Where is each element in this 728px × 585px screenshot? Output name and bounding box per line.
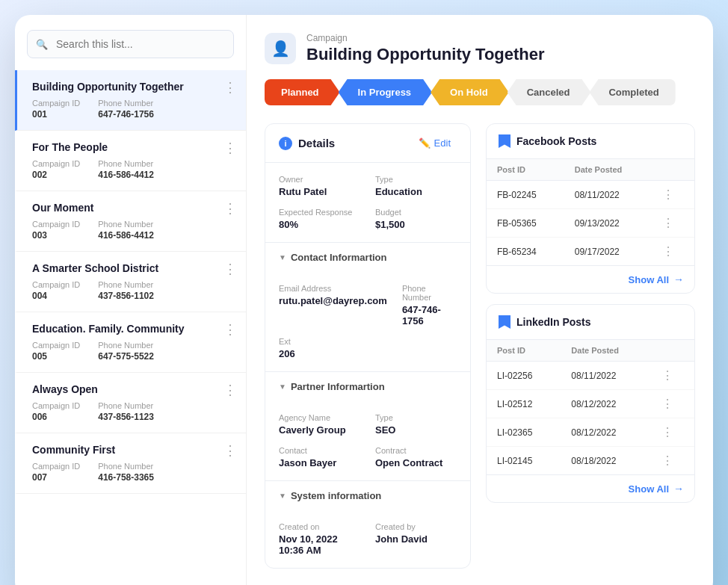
campaign-id-label: Campaign ID [32, 401, 80, 410]
details-column: i Details ✏️ Edit Owner Rutu Patel [265, 123, 471, 579]
page-title: Building Opportunity Together [306, 45, 545, 64]
li-row-menu[interactable]: ⋮ [651, 447, 694, 475]
status-on-hold[interactable]: On Hold [431, 79, 509, 105]
campaign-id-label: Campaign ID [32, 220, 80, 229]
facebook-show-all[interactable]: Show All → [487, 265, 694, 293]
campaign-id-value: 006 [32, 412, 80, 422]
details-header: i Details ✏️ Edit [265, 124, 470, 163]
item-menu-icon[interactable]: ⋮ [223, 262, 237, 276]
details-card: i Details ✏️ Edit Owner Rutu Patel [265, 123, 471, 569]
phone-number-label: Phone Number [98, 220, 154, 229]
status-in-progress[interactable]: In Progress [339, 79, 433, 105]
li-date-posted: 08/12/2022 [561, 418, 651, 447]
campaign-meta: Campaign ID 003 Phone Number 416-586-441… [32, 220, 231, 241]
campaign-id-group: Campaign ID 004 [32, 280, 80, 301]
campaign-id-value: 002 [32, 170, 80, 180]
contract-field: Contract Open Contract [375, 446, 457, 468]
partner-fields: Agency Name Caverly Group Type SEO Conta… [279, 413, 457, 468]
fb-date-posted: 09/13/2022 [564, 209, 653, 238]
table-row: LI-02256 08/11/2022 ⋮ [487, 362, 694, 390]
li-row-menu[interactable]: ⋮ [651, 390, 694, 418]
campaign-item[interactable]: Our Moment Campaign ID 003 Phone Number … [15, 191, 246, 252]
facebook-bookmark-icon [499, 134, 510, 148]
fb-date-posted: 09/17/2022 [564, 238, 653, 266]
campaign-meta: Campaign ID 004 Phone Number 437-856-110… [32, 280, 231, 301]
details-title: i Details [279, 137, 335, 150]
facebook-posts-table: Post ID Date Posted FB-02245 08/11/2022 … [487, 159, 694, 265]
campaign-id-group: Campaign ID 001 [32, 99, 80, 120]
details-fields: Owner Rutu Patel Type Education Expected… [279, 175, 457, 230]
item-menu-icon[interactable]: ⋮ [223, 141, 237, 155]
chevron-icon-partner: ▼ [279, 383, 286, 391]
avatar-icon: 👤 [265, 33, 296, 64]
campaign-subtitle: Campaign [306, 33, 545, 43]
system-info-section[interactable]: ▼ System information [265, 480, 470, 510]
details-body: Owner Rutu Patel Type Education Expected… [265, 163, 470, 242]
system-info-body: Created on Nov 10, 2022 10:36 AM Created… [265, 510, 470, 568]
app-container: 🔍 Building Opportunity Together Campaign… [15, 15, 713, 585]
campaign-id-value: 001 [32, 109, 80, 120]
campaign-name: Building Opportunity Together [32, 81, 231, 93]
campaign-item[interactable]: Always Open Campaign ID 006 Phone Number… [15, 373, 246, 433]
li-row-menu[interactable]: ⋮ [651, 418, 694, 447]
campaign-id-value: 005 [32, 351, 80, 362]
phone-number-label: Phone Number [98, 462, 154, 471]
chevron-icon: ▼ [279, 253, 286, 261]
campaign-name: A Smarter School District [32, 262, 231, 274]
status-canceled[interactable]: Canceled [508, 79, 591, 105]
campaign-item[interactable]: Building Opportunity Together Campaign I… [15, 70, 246, 131]
campaign-id-label: Campaign ID [32, 341, 80, 350]
phone-number-group: Phone Number 416-586-4412 [98, 159, 154, 180]
campaign-item[interactable]: A Smarter School District Campaign ID 00… [15, 252, 246, 312]
campaign-id-value: 007 [32, 472, 80, 483]
pencil-icon: ✏️ [419, 137, 431, 149]
campaign-meta: Campaign ID 006 Phone Number 437-856-112… [32, 401, 231, 422]
fb-post-id: FB-65234 [487, 238, 564, 266]
linkedin-posts-table: Post ID Date Posted LI-02256 08/11/2022 … [487, 340, 694, 474]
fb-row-menu[interactable]: ⋮ [652, 238, 694, 266]
li-post-id: LI-02145 [487, 447, 561, 475]
item-menu-icon[interactable]: ⋮ [223, 444, 237, 457]
phone-number-value: 437-856-1102 [98, 291, 154, 301]
search-input[interactable] [27, 30, 234, 58]
campaign-name: Community First [32, 444, 231, 456]
table-row: LI-02512 08/12/2022 ⋮ [487, 390, 694, 418]
campaign-item[interactable]: Education. Family. Community Campaign ID… [15, 312, 246, 373]
status-planned[interactable]: Planned [265, 79, 340, 105]
li-date-posted-col: Date Posted [561, 340, 651, 362]
campaign-name: Always Open [32, 383, 231, 395]
fb-post-id-col: Post ID [487, 159, 564, 181]
fb-row-menu[interactable]: ⋮ [652, 181, 694, 209]
campaign-name: For The People [32, 141, 231, 153]
item-menu-icon[interactable]: ⋮ [223, 81, 237, 94]
campaign-id-group: Campaign ID 006 [32, 401, 80, 422]
status-completed[interactable]: Completed [589, 79, 675, 105]
contact-info-body: Email Address rutu.patel@dayrep.com Phon… [265, 272, 470, 371]
contact-info-section[interactable]: ▼ Contact Informartion [265, 242, 470, 272]
item-menu-icon[interactable]: ⋮ [223, 383, 237, 397]
phone-number-group: Phone Number 647-746-1756 [98, 99, 154, 120]
search-container: 🔍 [27, 30, 234, 58]
li-date-posted: 08/11/2022 [561, 362, 651, 390]
edit-button[interactable]: ✏️ Edit [413, 134, 457, 152]
phone-number-value: 437-856-1123 [98, 412, 154, 422]
campaign-id-value: 003 [32, 230, 80, 241]
phone-number-label: Phone Number [98, 341, 154, 350]
li-date-posted: 08/12/2022 [561, 390, 651, 418]
partner-info-section[interactable]: ▼ Partner Informartion [265, 371, 470, 401]
campaign-meta: Campaign ID 005 Phone Number 647-575-552… [32, 341, 231, 362]
li-row-menu[interactable]: ⋮ [651, 362, 694, 390]
item-menu-icon[interactable]: ⋮ [223, 202, 237, 215]
campaign-item[interactable]: For The People Campaign ID 002 Phone Num… [15, 131, 246, 191]
linkedin-show-all[interactable]: Show All → [487, 474, 694, 502]
item-menu-icon[interactable]: ⋮ [223, 323, 237, 336]
fb-row-menu[interactable]: ⋮ [652, 209, 694, 238]
agency-field: Agency Name Caverly Group [279, 413, 360, 436]
table-row: FB-65234 09/17/2022 ⋮ [487, 238, 694, 266]
campaign-item[interactable]: Community First Campaign ID 007 Phone Nu… [15, 433, 246, 494]
campaign-name: Education. Family. Community [32, 323, 231, 335]
phone-number-value: 416-586-4412 [98, 230, 154, 241]
budget-field: Budget $1,500 [375, 208, 457, 230]
campaign-id-group: Campaign ID 002 [32, 159, 80, 180]
campaign-meta: Campaign ID 001 Phone Number 647-746-175… [32, 99, 231, 120]
